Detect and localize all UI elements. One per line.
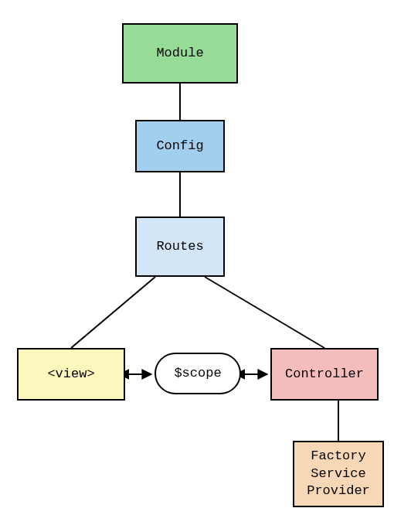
node-routes-label: Routes (156, 238, 203, 256)
node-scope: $scope (155, 353, 241, 394)
node-module-label: Module (156, 45, 203, 63)
node-factory: Factory Service Provider (293, 441, 384, 507)
edge-routes-controller (205, 277, 324, 348)
node-controller-label: Controller (285, 366, 364, 384)
node-controller: Controller (270, 348, 379, 401)
node-view-label: <view> (47, 366, 94, 384)
node-view: <view> (17, 348, 125, 401)
edge-routes-view (71, 277, 155, 348)
diagram-canvas: Module Config Routes <view> $scope Contr… (0, 0, 411, 532)
node-scope-label: $scope (174, 365, 221, 383)
node-factory-label: Factory Service Provider (307, 448, 370, 501)
node-routes: Routes (135, 217, 225, 277)
node-config-label: Config (156, 138, 203, 155)
node-config: Config (135, 120, 225, 172)
node-module: Module (122, 23, 238, 84)
